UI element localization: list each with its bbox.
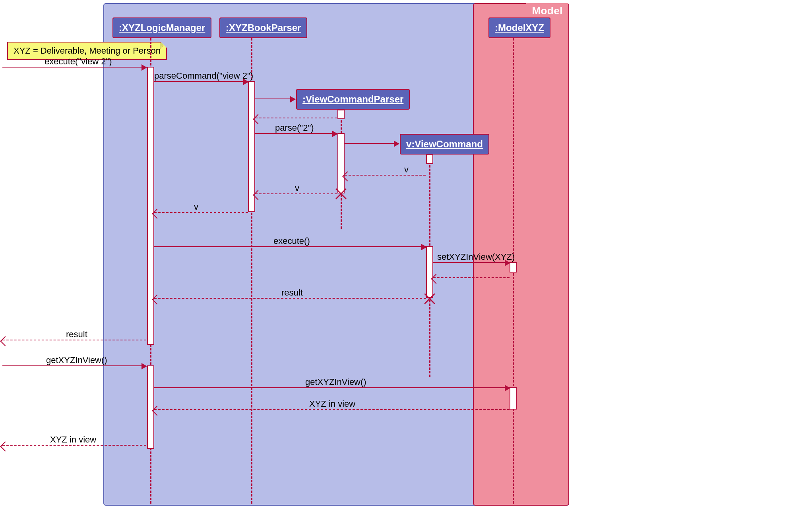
- msg-execute: execute(): [154, 246, 426, 247]
- activation-vc-execute: [426, 246, 433, 298]
- msg-xyz-in-view-2: XYZ in view: [2, 445, 146, 446]
- activation-vcp-create: [337, 110, 345, 119]
- msg-xyz-in-view-1-label: XYZ in view: [309, 399, 355, 409]
- arrowhead-right-icon: [505, 385, 510, 391]
- msg-result-2-label: result: [66, 329, 87, 340]
- activation-model-get: [510, 387, 517, 410]
- sequence-diagram: Logic Model :XYZLogicManager :XYZBookPar…: [0, 0, 812, 512]
- msg-execute-label: execute(): [273, 236, 310, 246]
- msg-get-in-view-in: getXYZInView(): [2, 365, 146, 366]
- msg-parse-command-label: parseCommand("view 2"): [154, 71, 253, 81]
- arrowhead-left-open-icon: [344, 173, 349, 178]
- msg-get-in-view-in-label: getXYZInView(): [46, 355, 107, 365]
- arrowhead-right-icon: [141, 64, 147, 71]
- msg-create-vcp-return: [255, 118, 337, 118]
- arrowhead-left-open-icon: [2, 338, 7, 343]
- msg-xyz-in-view-2-label: XYZ in view: [50, 435, 96, 445]
- msg-parse-label: parse("2"): [275, 123, 314, 133]
- participant-model-xyz: :ModelXYZ: [488, 17, 550, 38]
- msg-result-2: result: [2, 340, 146, 340]
- arrowhead-left-open-icon: [153, 407, 159, 413]
- activation-vcp-parse: [337, 133, 345, 193]
- participant-view-command-parser: :ViewCommandParser: [296, 89, 410, 110]
- arrowhead-left-open-icon: [153, 210, 159, 216]
- msg-return-v-1: v: [345, 175, 426, 176]
- msg-result-1: result: [154, 298, 426, 299]
- msg-return-v-2: v: [255, 193, 337, 194]
- msg-execute-view2-label: execute("view 2"): [45, 56, 112, 67]
- arrowhead-right-icon: [505, 260, 510, 266]
- arrowhead-right-icon: [141, 363, 147, 369]
- arrowhead-left-open-icon: [2, 443, 7, 448]
- msg-result-1-label: result: [281, 288, 303, 298]
- msg-xyz-in-view-1: XYZ in view: [154, 409, 510, 410]
- msg-set-in-view-return: [433, 277, 510, 278]
- participant-logic-manager: :XYZLogicManager: [112, 17, 211, 38]
- msg-get-in-view-model: getXYZInView(): [154, 387, 510, 388]
- msg-create-vc: [345, 143, 399, 144]
- arrowhead-left-open-icon: [432, 275, 438, 281]
- msg-create-vcp: [255, 99, 295, 99]
- participant-book-parser: :XYZBookParser: [219, 17, 307, 38]
- activation-vc-create: [426, 155, 433, 164]
- arrowhead-right-icon: [332, 131, 338, 137]
- arrowhead-left-open-icon: [254, 191, 260, 197]
- destroy-view-cmd-parser: [335, 188, 347, 199]
- activation-logic-manager-1: [147, 67, 154, 345]
- destroy-view-command: [424, 293, 435, 304]
- arrowhead-left-open-icon: [153, 296, 159, 301]
- msg-set-in-view-label: setXYZInView(XYZ): [437, 252, 515, 262]
- msg-return-v-2-label: v: [295, 183, 299, 193]
- arrowhead-right-icon: [243, 79, 249, 85]
- activation-model-set: [510, 262, 517, 272]
- arrowhead-right-icon: [290, 96, 296, 102]
- msg-return-v-3: v: [154, 212, 248, 213]
- msg-parse-command: parseCommand("view 2"): [154, 81, 248, 82]
- arrowhead-right-icon: [394, 141, 399, 147]
- participant-view-command: v:ViewCommand: [400, 134, 489, 155]
- msg-get-in-view-model-label: getXYZInView(): [305, 377, 366, 387]
- arrowhead-right-icon: [421, 244, 427, 250]
- msg-return-v-3-label: v: [194, 202, 198, 212]
- msg-set-in-view: setXYZInView(XYZ): [433, 262, 510, 263]
- arrowhead-left-open-icon: [254, 116, 260, 121]
- msg-return-v-1-label: v: [404, 164, 409, 175]
- msg-execute-view2: execute("view 2"): [2, 67, 146, 68]
- msg-parse: parse("2"): [255, 133, 337, 134]
